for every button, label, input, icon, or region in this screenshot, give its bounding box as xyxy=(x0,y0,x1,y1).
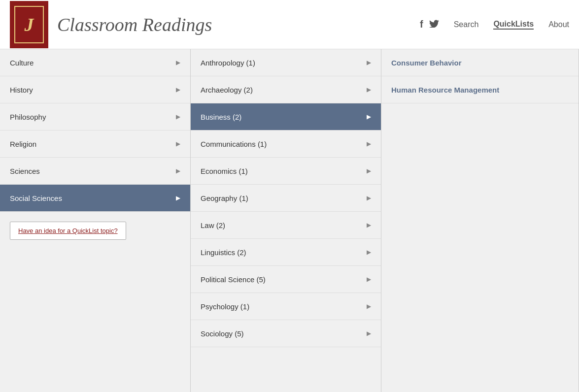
site-title: Classroom Readings xyxy=(57,14,420,35)
list-item-linguistics[interactable]: Linguistics (2) ▶ xyxy=(191,239,381,266)
chevron-right-icon: ▶ xyxy=(176,86,180,93)
jstor-logo[interactable]: J xyxy=(10,1,48,48)
chevron-right-icon: ▶ xyxy=(367,113,371,120)
chevron-right-icon: ▶ xyxy=(367,59,371,66)
topics-column: Consumer Behavior Human Resource Managem… xyxy=(381,49,579,392)
header: J Classroom Readings f Search QuickLists… xyxy=(0,0,579,49)
logo-letter: J xyxy=(14,6,44,43)
list-item-economics[interactable]: Economics (1) ▶ xyxy=(191,158,381,185)
chevron-right-icon: ▶ xyxy=(367,249,371,256)
list-item[interactable]: Culture ▶ xyxy=(0,49,190,76)
list-item-political-science[interactable]: Political Science (5) ▶ xyxy=(191,266,381,293)
list-item-social-sciences[interactable]: Social Sciences ▶ xyxy=(0,185,190,212)
chevron-right-icon: ▶ xyxy=(176,195,180,201)
chevron-right-icon: ▶ xyxy=(367,86,371,93)
subcategory-column: Anthropology (1) ▶ Archaeology (2) ▶ Bus… xyxy=(191,49,381,392)
quicklist-btn-text: Have an idea for a QuickList topic? xyxy=(18,227,118,234)
about-nav-link[interactable]: About xyxy=(548,20,569,29)
quicklist-idea-button[interactable]: Have an idea for a QuickList topic? xyxy=(10,222,126,240)
list-item-communications[interactable]: Communications (1) ▶ xyxy=(191,131,381,158)
chevron-right-icon: ▶ xyxy=(367,167,371,174)
topic-consumer-behavior[interactable]: Consumer Behavior xyxy=(381,49,579,76)
list-item[interactable]: Religion ▶ xyxy=(0,131,190,158)
list-item[interactable]: History ▶ xyxy=(0,76,190,103)
chevron-right-icon: ▶ xyxy=(176,113,180,120)
chevron-right-icon: ▶ xyxy=(176,167,180,174)
topic-human-resource-management[interactable]: Human Resource Management xyxy=(381,76,579,103)
search-nav-link[interactable]: Search xyxy=(454,20,479,29)
chevron-right-icon: ▶ xyxy=(367,222,371,229)
quicklists-nav-link[interactable]: QuickLists xyxy=(493,20,534,30)
chevron-right-icon: ▶ xyxy=(176,59,180,66)
chevron-right-icon: ▶ xyxy=(367,140,371,147)
list-item-sociology[interactable]: Sociology (5) ▶ xyxy=(191,320,381,347)
social-icons: f xyxy=(420,19,439,30)
chevron-right-icon: ▶ xyxy=(176,140,180,147)
list-item-psychology[interactable]: Psychology (1) ▶ xyxy=(191,293,381,320)
header-nav: f Search QuickLists About xyxy=(420,19,569,30)
list-item-law[interactable]: Law (2) ▶ xyxy=(191,212,381,239)
list-item-geography[interactable]: Geography (1) ▶ xyxy=(191,185,381,212)
category-column: Culture ▶ History ▶ Philosophy ▶ Religio… xyxy=(0,49,191,392)
chevron-right-icon: ▶ xyxy=(367,330,371,337)
list-item-archaeology[interactable]: Archaeology (2) ▶ xyxy=(191,76,381,103)
list-item-anthropology[interactable]: Anthropology (1) ▶ xyxy=(191,49,381,76)
quicklist-btn-container: Have an idea for a QuickList topic? xyxy=(0,212,190,250)
chevron-right-icon: ▶ xyxy=(367,303,371,310)
chevron-right-icon: ▶ xyxy=(367,276,371,283)
main-content: Culture ▶ History ▶ Philosophy ▶ Religio… xyxy=(0,49,579,392)
facebook-icon[interactable]: f xyxy=(420,19,423,30)
list-item-business[interactable]: Business (2) ▶ xyxy=(191,103,381,131)
list-item[interactable]: Philosophy ▶ xyxy=(0,103,190,131)
list-item[interactable]: Sciences ▶ xyxy=(0,158,190,185)
chevron-right-icon: ▶ xyxy=(367,195,371,201)
twitter-icon[interactable] xyxy=(429,19,439,30)
